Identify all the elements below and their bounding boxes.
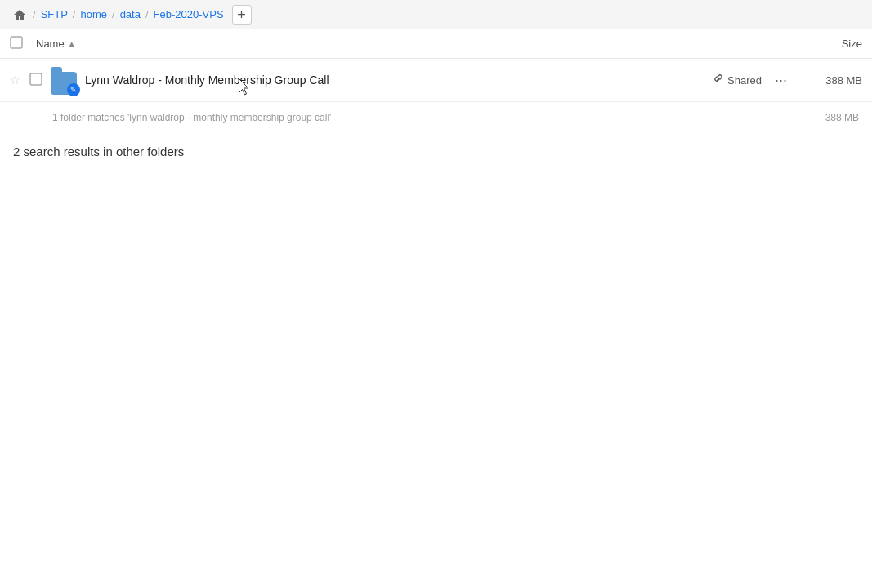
column-name-header[interactable]: Name ▲: [36, 38, 797, 50]
file-checkbox[interactable]: [29, 73, 49, 88]
search-result-size: 388 MB: [825, 112, 859, 123]
search-result-info: 1 folder matches 'lynn waldrop - monthly…: [0, 102, 872, 128]
home-icon[interactable]: [10, 5, 29, 24]
more-options-button[interactable]: ···: [771, 70, 790, 91]
breadcrumb-sftp[interactable]: SFTP: [38, 7, 71, 22]
svg-rect-1: [30, 74, 42, 85]
other-folders-section: 2 search results in other folders: [0, 128, 872, 168]
add-tab-button[interactable]: +: [232, 5, 252, 24]
search-match-count: 1 folder matches 'lynn waldrop - monthly…: [52, 112, 331, 123]
breadcrumb-sep-3: /: [145, 8, 149, 20]
breadcrumb-data[interactable]: data: [117, 7, 144, 22]
column-header-row: Name ▲ Size: [0, 29, 872, 59]
star-icon[interactable]: ☆: [10, 74, 26, 87]
breadcrumb-sep-1: /: [73, 8, 76, 20]
shared-status: Shared: [713, 74, 762, 87]
breadcrumb-sep-2: /: [112, 8, 115, 20]
breadcrumb-nav: / SFTP / home / data / Feb-2020-VPS +: [0, 0, 872, 29]
pencil-badge-icon: ✎: [67, 83, 80, 96]
other-folders-title: 2 search results in other folders: [13, 145, 184, 158]
file-name-label: Lynn Waldrop - Monthly Membership Group …: [85, 74, 713, 87]
select-all-checkbox[interactable]: [10, 36, 29, 51]
breadcrumb-feb-2020-vps[interactable]: Feb-2020-VPS: [150, 7, 227, 22]
svg-rect-0: [11, 37, 22, 48]
folder-icon: ✎: [49, 65, 78, 95]
column-size-header: Size: [797, 38, 862, 50]
file-actions: Shared ···: [713, 70, 790, 91]
file-size-label: 388 MB: [797, 74, 862, 87]
breadcrumb-sep-0: /: [33, 8, 36, 20]
breadcrumb-home[interactable]: home: [77, 7, 110, 22]
file-list-item[interactable]: ☆ ✎ Lynn Waldrop - Monthly Membership Gr…: [0, 59, 872, 102]
link-icon: [713, 74, 724, 87]
shared-text: Shared: [727, 74, 762, 87]
